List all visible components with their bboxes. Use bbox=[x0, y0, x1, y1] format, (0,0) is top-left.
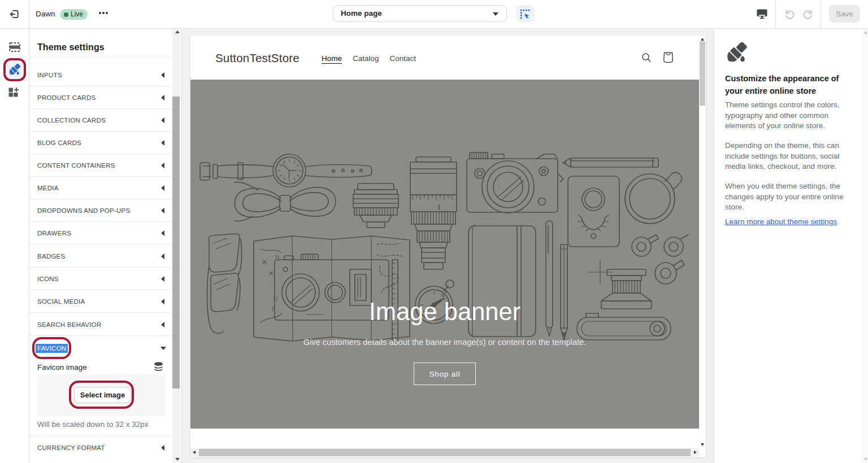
svg-text:N: N bbox=[441, 292, 445, 298]
